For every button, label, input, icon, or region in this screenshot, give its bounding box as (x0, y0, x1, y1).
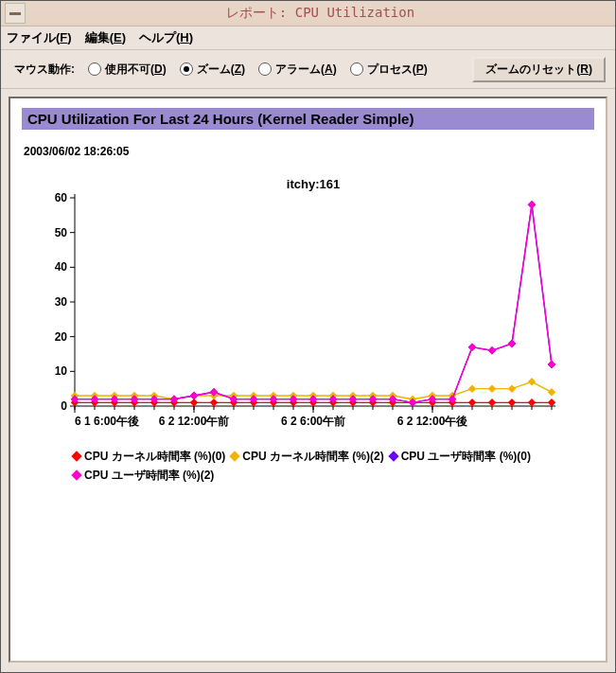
report-timestamp: 2003/06/02 18:26:05 (24, 145, 594, 158)
titlebar: レポート: CPU Utilization (1, 1, 615, 27)
mouse-mode-label: マウス動作: (14, 62, 75, 78)
legend-label: CPU ユーザ時間率 (%)(2) (84, 469, 214, 482)
toolbar: マウス動作: 使用不可(D) ズーム(Z) アラーム(A) プロセス(P) ズー… (1, 50, 615, 89)
svg-rect-147 (508, 340, 516, 347)
radio-zoom[interactable]: ズーム(Z) (180, 62, 245, 78)
svg-rect-56 (190, 398, 198, 406)
radio-icon (180, 62, 193, 76)
legend-label: CPU カーネル時間率 (%)(0) (84, 450, 225, 463)
svg-text:6 1 6:00午後: 6 1 6:00午後 (75, 415, 139, 428)
svg-rect-74 (548, 398, 555, 406)
report-content: CPU Utilization For Last 24 Hours (Kerne… (9, 97, 607, 663)
svg-rect-71 (488, 398, 496, 406)
menu-file[interactable]: ファイル(F) (7, 29, 72, 46)
svg-rect-148 (528, 201, 536, 208)
menubar: ファイル(F) 編集(E) ヘルプ(H) (1, 27, 615, 50)
svg-text:50: 50 (55, 226, 68, 239)
legend-row: CPU カーネル時間率 (%)(0)CPU カーネル時間率 (%)(2)CPU … (67, 447, 585, 466)
reset-zoom-button[interactable]: ズームのリセット(R) (472, 57, 606, 82)
svg-rect-70 (468, 398, 476, 406)
svg-text:0: 0 (61, 399, 67, 413)
radio-disable[interactable]: 使用不可(D) (88, 62, 167, 78)
svg-rect-146 (488, 346, 496, 354)
svg-rect-73 (528, 398, 536, 406)
svg-rect-97 (508, 384, 516, 392)
svg-text:10: 10 (55, 364, 68, 378)
cpu-chart[interactable]: itchy:16101020304050606 1 6:00午後6 2 12:0… (22, 171, 571, 441)
radio-icon (258, 62, 272, 76)
legend-label: CPU カーネル時間率 (%)(2) (242, 450, 383, 463)
svg-rect-72 (508, 398, 516, 406)
legend-label: CPU ユーザ時間率 (%)(0) (401, 450, 531, 463)
svg-rect-99 (548, 388, 555, 396)
menu-edit[interactable]: 編集(E) (85, 29, 126, 46)
svg-rect-98 (528, 378, 536, 385)
svg-text:30: 30 (55, 295, 68, 309)
radio-icon (350, 62, 363, 76)
svg-rect-57 (210, 398, 218, 406)
window: レポート: CPU Utilization ファイル(F) 編集(E) ヘルプ(… (0, 0, 616, 673)
legend-row: CPU ユーザ時間率 (%)(2) (67, 466, 585, 485)
radio-icon (88, 62, 101, 76)
svg-rect-145 (468, 343, 476, 350)
svg-text:60: 60 (55, 191, 68, 204)
svg-text:itchy:161: itchy:161 (287, 177, 340, 191)
minimize-button[interactable] (5, 3, 26, 24)
svg-text:20: 20 (55, 330, 68, 344)
svg-rect-149 (548, 361, 555, 368)
svg-text:6 2 12:00午前: 6 2 12:00午前 (159, 415, 230, 428)
chart-legend: CPU カーネル時間率 (%)(0)CPU カーネル時間率 (%)(2)CPU … (22, 441, 594, 496)
report-banner: CPU Utilization For Last 24 Hours (Kerne… (22, 108, 594, 130)
radio-alarm[interactable]: アラーム(A) (258, 62, 337, 78)
svg-rect-131 (190, 392, 198, 399)
svg-rect-95 (468, 384, 476, 392)
menu-help[interactable]: ヘルプ(H) (139, 29, 193, 46)
window-title: レポート: CPU Utilization (26, 5, 615, 22)
svg-text:6 2 6:00午前: 6 2 6:00午前 (281, 415, 345, 428)
svg-text:40: 40 (55, 260, 68, 274)
radio-process[interactable]: プロセス(P) (350, 62, 428, 78)
svg-rect-96 (488, 384, 496, 392)
svg-text:6 2 12:00午後: 6 2 12:00午後 (397, 415, 468, 428)
minimize-icon (9, 12, 21, 15)
